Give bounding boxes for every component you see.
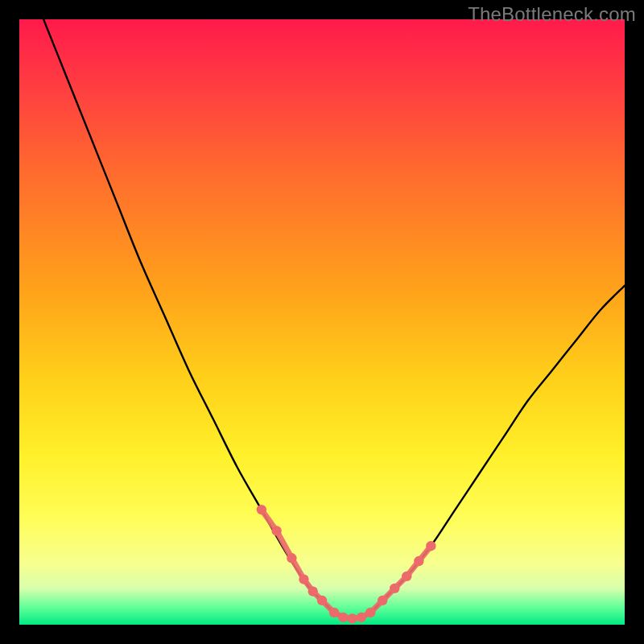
marker-dot <box>257 505 266 514</box>
marker-dot <box>365 608 375 617</box>
marker-dot <box>338 613 348 622</box>
marker-dot <box>271 526 281 535</box>
marker-dot <box>299 574 308 584</box>
marker-dot <box>357 613 366 622</box>
marker-dot <box>378 596 387 605</box>
marker-dot <box>287 553 296 563</box>
watermark-text: TheBottleneck.com <box>468 3 636 26</box>
marker-dot <box>308 586 318 596</box>
marker-dot <box>329 608 339 617</box>
marker-dot <box>426 541 436 551</box>
marker-dot <box>347 613 357 623</box>
chart-frame <box>19 19 625 625</box>
marker-dot <box>317 596 327 605</box>
marker-dot <box>402 572 411 581</box>
marker-dot <box>414 556 423 566</box>
chart-markers-svg <box>19 19 625 625</box>
marker-dot <box>390 584 399 593</box>
marker-dots-group <box>257 505 436 624</box>
marker-connector-path <box>262 510 431 618</box>
